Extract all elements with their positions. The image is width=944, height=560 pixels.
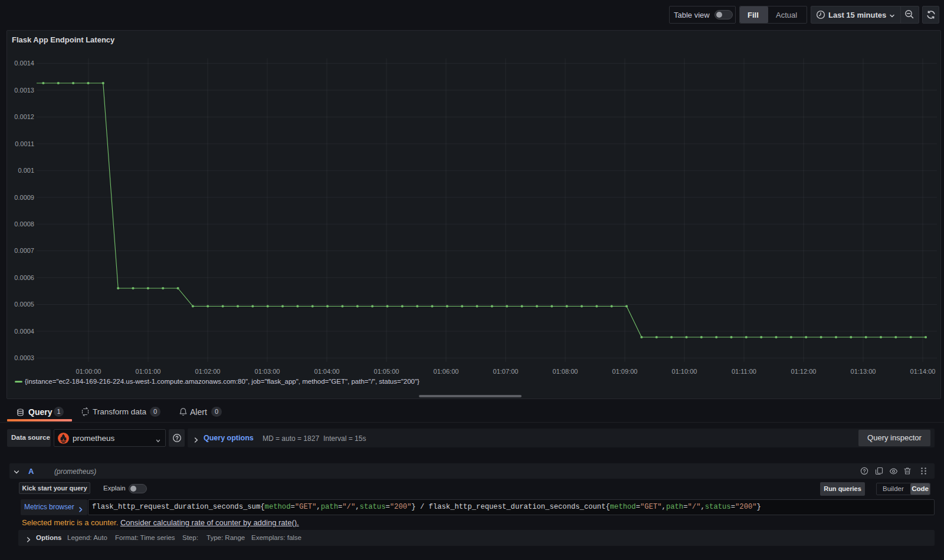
svg-text:0.001: 0.001	[18, 167, 34, 174]
svg-text:01:03:00: 01:03:00	[255, 368, 280, 375]
svg-text:01:02:00: 01:02:00	[195, 368, 221, 375]
svg-text:01:07:00: 01:07:00	[493, 368, 519, 375]
svg-text:01:06:00: 01:06:00	[434, 368, 459, 375]
svg-text:01:10:00: 01:10:00	[672, 368, 697, 375]
svg-text:0.0003: 0.0003	[14, 354, 34, 361]
svg-text:0.0013: 0.0013	[14, 87, 34, 94]
svg-text:0.0005: 0.0005	[14, 301, 34, 308]
svg-text:0.0006: 0.0006	[14, 274, 34, 281]
svg-text:01:09:00: 01:09:00	[612, 368, 638, 375]
svg-text:0.0009: 0.0009	[14, 194, 34, 201]
svg-text:01:01:00: 01:01:00	[136, 368, 161, 375]
svg-text:0.0007: 0.0007	[14, 247, 34, 254]
svg-text:01:00:00: 01:00:00	[76, 368, 101, 375]
svg-text:01:05:00: 01:05:00	[374, 368, 399, 375]
svg-text:0.0011: 0.0011	[15, 140, 34, 147]
svg-text:01:14:00: 01:14:00	[910, 368, 936, 375]
svg-text:01:11:00: 01:11:00	[732, 368, 756, 375]
svg-text:01:08:00: 01:08:00	[553, 368, 578, 375]
svg-text:01:04:00: 01:04:00	[314, 368, 340, 375]
svg-text:01:13:00: 01:13:00	[851, 368, 876, 375]
svg-text:0.0004: 0.0004	[14, 328, 34, 335]
svg-text:0.0012: 0.0012	[14, 113, 34, 120]
svg-text:0.0008: 0.0008	[14, 220, 34, 228]
svg-text:0.0014: 0.0014	[14, 60, 34, 67]
svg-text:01:12:00: 01:12:00	[791, 368, 817, 375]
